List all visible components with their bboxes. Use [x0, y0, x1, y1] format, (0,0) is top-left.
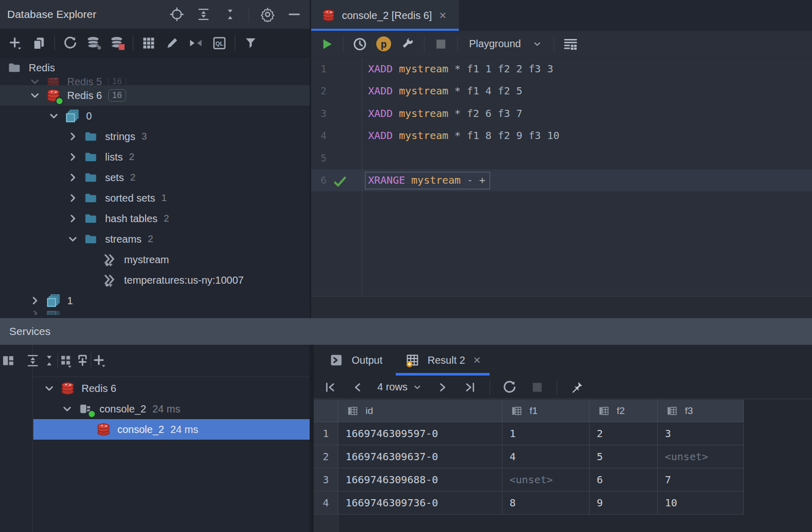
code-line-4[interactable]: 4XADD mystream * f1 8 f2 9 f3 10 [311, 125, 812, 147]
table-cell[interactable]: 2 [590, 422, 658, 445]
query-console-icon[interactable]: QL [211, 35, 228, 51]
table-cell[interactable]: 6 [590, 468, 658, 491]
clock-icon[interactable] [352, 36, 368, 52]
tab-output[interactable]: Output [328, 345, 382, 376]
chevron-down-icon[interactable] [28, 89, 46, 102]
tab-result-2[interactable]: Result 2 × [404, 345, 481, 376]
tree-item-0[interactable]: 0 [0, 106, 310, 126]
last-icon[interactable] [462, 379, 478, 396]
svc-layout-icon[interactable] [0, 352, 16, 369]
chevron-down-icon[interactable] [66, 232, 84, 246]
code-line-5[interactable]: 5 [311, 147, 812, 169]
chevron-down-icon[interactable] [60, 402, 78, 416]
table-cell[interactable]: 1669746309736-0 [338, 491, 502, 515]
tree-item-mystream[interactable]: mystream [0, 249, 310, 270]
tree-item-sets[interactable]: sets2 [0, 167, 310, 188]
tree-item-redis-6[interactable]: Redis 6 [0, 378, 310, 399]
close-tab-icon[interactable]: × [472, 354, 481, 366]
tree-item-streams[interactable]: streams2 [0, 229, 310, 249]
chev-sm-icon[interactable] [529, 36, 545, 52]
services-panel-header[interactable]: Services [0, 318, 812, 345]
table-cell[interactable]: 4 [502, 445, 590, 468]
disconnect-icon[interactable] [109, 35, 126, 51]
add-icon[interactable] [7, 35, 24, 51]
next-icon[interactable] [434, 379, 451, 396]
hide-icon[interactable] [286, 6, 302, 23]
playground-dropdown[interactable]: Playground [469, 38, 521, 50]
expand-all-icon[interactable] [195, 6, 212, 23]
row-number[interactable]: 1 [314, 422, 338, 445]
tree-item-hash-tables[interactable]: hash tables2 [0, 208, 310, 229]
table-cell[interactable]: <unset> [658, 445, 744, 468]
chevron-right-icon[interactable] [66, 212, 84, 225]
settings-icon[interactable] [259, 6, 276, 23]
code-editor[interactable]: 1XADD mystream * f1 1 f2 2 f3 32XADD mys… [311, 57, 812, 296]
tree-item-redis-6[interactable]: Redis 616 [0, 85, 310, 106]
column-header-f1[interactable]: f1 [502, 400, 590, 422]
chevron-right-icon[interactable] [28, 294, 46, 307]
chevron-down-icon[interactable] [47, 109, 65, 123]
chevron-down-icon[interactable] [43, 382, 60, 395]
table-cell[interactable]: 1669746309597-0 [338, 422, 502, 445]
expand-all-icon[interactable] [25, 352, 41, 369]
first-icon[interactable] [322, 379, 338, 396]
locate-icon[interactable] [169, 6, 185, 23]
table-cell[interactable]: 10 [658, 491, 744, 515]
add-icon[interactable] [91, 352, 108, 369]
tree-item-lists[interactable]: lists2 [0, 147, 310, 167]
table-cell[interactable]: 7 [658, 468, 744, 491]
play-icon[interactable] [318, 36, 335, 52]
tree-item-strings[interactable]: strings3 [0, 126, 310, 147]
table-cell[interactable]: 3 [658, 422, 744, 445]
close-tab-icon[interactable]: × [438, 9, 448, 22]
tree-item-1[interactable]: 1 [0, 290, 310, 311]
group-by-icon[interactable] [58, 352, 74, 369]
inline-results-icon[interactable] [562, 36, 579, 52]
chevron-right-icon[interactable] [66, 130, 84, 143]
copy-icon[interactable] [31, 35, 47, 51]
services-vertical-splitter[interactable] [310, 345, 314, 532]
edit-icon[interactable] [164, 35, 180, 51]
table-cell[interactable]: 5 [590, 445, 658, 468]
chevron-right-icon[interactable] [28, 311, 46, 315]
table-cell[interactable]: 1 [502, 422, 590, 445]
tree-item-console-2[interactable]: console_224 ms [0, 419, 310, 440]
table-icon[interactable] [140, 35, 157, 51]
collapse-all-icon[interactable] [222, 6, 238, 23]
page-size-dropdown[interactable]: 4 rows [377, 381, 423, 393]
code-line-6[interactable]: 6XRANGE mystream - + [311, 169, 812, 192]
parameters-icon[interactable]: p [376, 36, 391, 51]
row-number[interactable]: 2 [314, 445, 338, 468]
tree-item-sorted-sets[interactable]: sorted sets1 [0, 188, 310, 208]
add-service-icon[interactable] [74, 352, 91, 369]
tab-console-2[interactable]: console_2 [Redis 6] × [311, 0, 459, 31]
column-header-f2[interactable]: f2 [590, 400, 658, 422]
refresh-icon[interactable] [501, 379, 518, 396]
table-cell[interactable]: 9 [590, 491, 658, 515]
column-header-id[interactable]: id [338, 400, 502, 422]
column-header-f3[interactable]: f3 [658, 400, 744, 422]
prev-icon[interactable] [350, 379, 366, 396]
chevron-right-icon[interactable] [66, 171, 84, 184]
tree-item-temperatures-us-ny-10007[interactable]: temperatures:us-ny:10007 [0, 270, 310, 290]
refresh-icon[interactable] [62, 35, 78, 51]
table-cell[interactable]: 8 [502, 491, 590, 515]
data-source-properties-icon[interactable] [86, 35, 102, 51]
pin-icon[interactable] [569, 379, 585, 396]
filter-icon[interactable] [242, 35, 259, 51]
stop-icon[interactable] [529, 379, 545, 396]
table-cell[interactable]: <unset> [502, 468, 590, 491]
collapse-all-icon[interactable] [41, 352, 57, 369]
wrench-icon[interactable] [399, 36, 416, 52]
code-line-2[interactable]: 2XADD mystream * f1 4 f2 5 [311, 80, 812, 103]
code-line-1[interactable]: 1XADD mystream * f1 1 f2 2 f3 3 [311, 57, 812, 80]
tree-item-redis[interactable]: Redis [0, 57, 310, 78]
code-line-3[interactable]: 3XADD mystream * f2 6 f3 7 [311, 102, 812, 125]
stop-icon[interactable] [433, 36, 449, 52]
tree-item-console-2[interactable]: console_224 ms [0, 399, 310, 419]
row-number[interactable]: 3 [314, 468, 338, 491]
jump-to-console-icon[interactable] [188, 35, 204, 51]
chevron-right-icon[interactable] [66, 150, 84, 164]
chevron-right-icon[interactable] [66, 191, 84, 205]
chevron-down-icon[interactable] [28, 78, 46, 85]
